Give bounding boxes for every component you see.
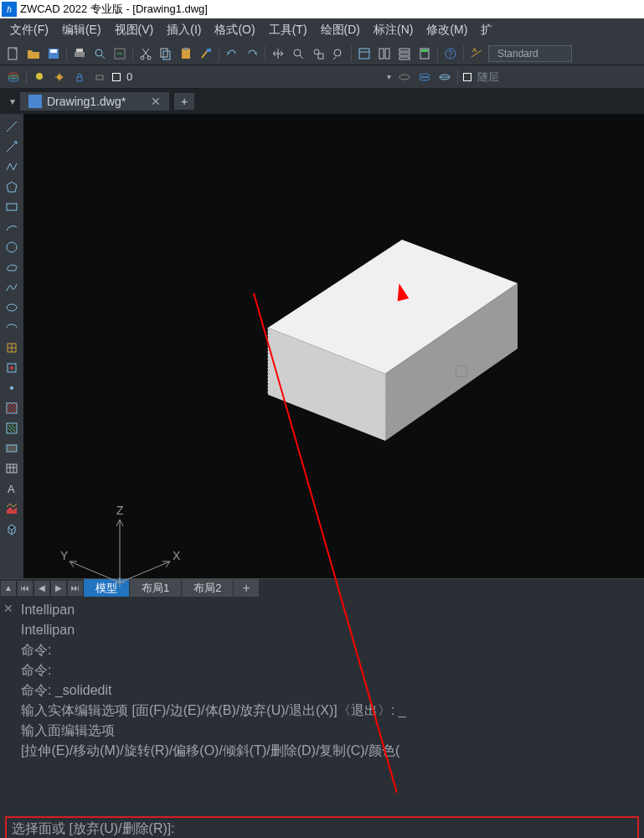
svg-rect-25: [421, 49, 428, 52]
layer-manager-icon[interactable]: [4, 68, 23, 86]
revcloud-tool[interactable]: [3, 258, 21, 277]
command-close-icon[interactable]: ✕: [3, 600, 13, 618]
svg-rect-10: [163, 51, 170, 59]
svg-point-42: [7, 304, 17, 311]
document-tab[interactable]: Drawing1.dwg* ✕: [20, 92, 169, 111]
point-tool[interactable]: [3, 379, 21, 397]
svg-point-5: [95, 49, 102, 56]
new-icon[interactable]: [4, 44, 23, 63]
svg-point-38: [420, 77, 430, 80]
svg-rect-12: [183, 48, 188, 50]
layer-iso-icon[interactable]: [435, 68, 454, 86]
menu-file[interactable]: 文件(F): [3, 19, 55, 41]
tabs-first-button[interactable]: ⏮: [17, 580, 33, 597]
region-tool[interactable]: [3, 439, 21, 458]
svg-rect-19: [379, 49, 384, 59]
menu-modify[interactable]: 修改(M): [420, 19, 474, 41]
layer-prev-icon[interactable]: [395, 68, 414, 86]
add-layout-button[interactable]: +: [234, 579, 258, 597]
sun-icon: [50, 68, 69, 86]
rectangle-tool[interactable]: [3, 198, 21, 216]
cmd-line: 命令:: [21, 660, 636, 680]
text-tool[interactable]: A: [3, 479, 21, 498]
svg-rect-18: [359, 49, 369, 59]
cmd-line: [拉伸(E)/移动(M)/旋转(R)/偏移(O)/倾斜(T)/删除(D)/复制(…: [21, 741, 636, 761]
layer-select[interactable]: 0 ▾: [29, 68, 394, 86]
solid-tool[interactable]: [3, 520, 21, 538]
copy-icon[interactable]: [157, 44, 175, 63]
bylayer-swatch: [463, 73, 471, 81]
tool-palette-icon[interactable]: [395, 44, 414, 63]
surface-tool[interactable]: [3, 499, 21, 518]
close-tab-icon[interactable]: ✕: [151, 95, 161, 108]
hatch-tool[interactable]: [3, 399, 21, 417]
zoom-window-icon[interactable]: [309, 44, 327, 63]
drawing-canvas[interactable]: Z X Y: [23, 114, 644, 578]
line-tool[interactable]: [3, 117, 21, 136]
menu-insert[interactable]: 插入(I): [160, 19, 208, 41]
cmd-line: 输入面编辑选项: [21, 721, 636, 741]
cmd-line: 输入实体编辑选项 [面(F)/边(E)/体(B)/放弃(U)/退出(X)]〈退出…: [21, 701, 636, 721]
menu-view[interactable]: 视图(V): [108, 19, 161, 41]
block-tool[interactable]: [3, 339, 21, 357]
paste-icon[interactable]: [177, 44, 195, 63]
cmd-line: 命令:: [21, 640, 636, 660]
tabs-up-button[interactable]: ▲: [0, 580, 17, 597]
add-tab-button[interactable]: +: [174, 93, 194, 110]
spline-tool[interactable]: [3, 278, 21, 297]
polygon-tool[interactable]: [3, 178, 21, 196]
svg-rect-22: [399, 53, 410, 55]
menu-edit[interactable]: 编辑(E): [55, 19, 108, 41]
layer-state-icon[interactable]: [415, 68, 434, 86]
menu-tools[interactable]: 工具(T): [262, 19, 314, 41]
plot-icon: [90, 68, 109, 86]
preview-icon[interactable]: [90, 44, 109, 63]
solid-box: [268, 240, 518, 441]
text-style-select[interactable]: Standard: [488, 45, 572, 62]
polyline-tool[interactable]: [3, 158, 21, 176]
zoom-prev-icon[interactable]: [329, 44, 348, 63]
command-prompt[interactable]: 选择面或 [放弃(U)/删除(R)]:: [5, 816, 639, 838]
svg-text:A: A: [8, 483, 15, 495]
gradient-tool[interactable]: [3, 419, 21, 437]
command-prompt-text: 选择面或 [放弃(U)/删除(R)]:: [12, 820, 175, 838]
dim-style-icon[interactable]: A: [467, 44, 486, 63]
zoom-icon[interactable]: [289, 44, 307, 63]
redo-icon[interactable]: [243, 44, 261, 63]
table-tool[interactable]: [3, 459, 21, 478]
publish-icon[interactable]: [111, 44, 129, 63]
tabs-prev-button[interactable]: ◀: [33, 580, 50, 597]
tab-layout2[interactable]: 布局2: [182, 579, 234, 597]
bylayer-select[interactable]: 随层: [461, 70, 499, 85]
block-editor-tool[interactable]: [3, 359, 21, 377]
pan-icon[interactable]: [269, 44, 287, 63]
document-tab-label: Drawing1.dwg*: [47, 95, 126, 108]
bulb-icon: [30, 68, 49, 86]
menu-format[interactable]: 格式(O): [208, 19, 261, 41]
menu-dimension[interactable]: 标注(N): [367, 19, 420, 41]
print-icon[interactable]: [70, 44, 89, 63]
ellipse-arc-tool[interactable]: [3, 318, 21, 337]
design-center-icon[interactable]: [375, 44, 394, 63]
circle-tool[interactable]: [3, 238, 21, 256]
svg-point-14: [294, 49, 301, 56]
menu-more[interactable]: 扩: [474, 19, 499, 41]
props-icon[interactable]: [355, 44, 374, 63]
help-icon[interactable]: ?: [441, 44, 460, 63]
undo-icon[interactable]: [223, 44, 241, 63]
title-bar: h ZWCAD 2022 专业版 - [Drawing1.dwg]: [0, 0, 644, 18]
arc-tool[interactable]: [3, 218, 21, 236]
svg-point-36: [399, 75, 410, 80]
lock-icon: [70, 68, 89, 86]
menu-draw[interactable]: 绘图(D): [314, 19, 367, 41]
svg-rect-2: [50, 49, 57, 53]
calc-icon[interactable]: [415, 44, 434, 63]
svg-point-17: [334, 49, 341, 56]
save-icon[interactable]: [44, 44, 63, 63]
open-icon[interactable]: [24, 44, 43, 63]
match-icon[interactable]: [197, 44, 215, 63]
ray-tool[interactable]: [3, 137, 21, 156]
cut-icon[interactable]: [137, 44, 155, 63]
ellipse-tool[interactable]: [3, 298, 21, 317]
window-title: ZWCAD 2022 专业版 - [Drawing1.dwg]: [20, 2, 208, 17]
